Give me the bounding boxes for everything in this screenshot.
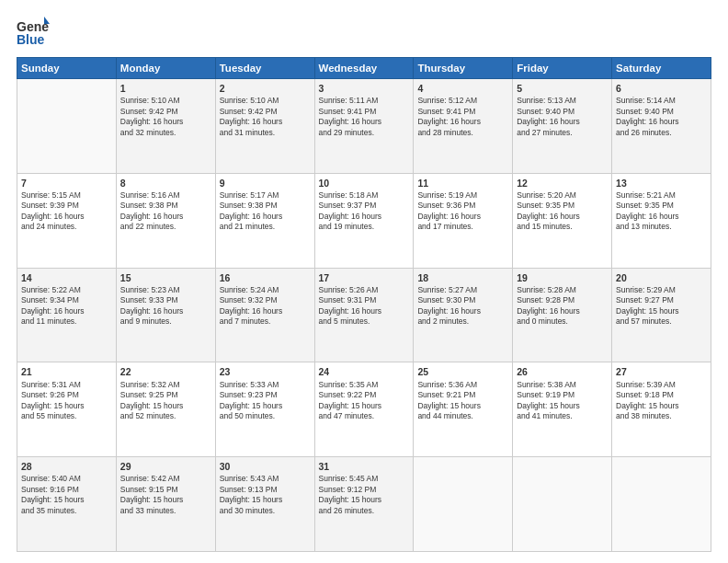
calendar-day-header: Friday (513, 58, 612, 79)
day-info: Sunrise: 5:26 AM Sunset: 9:31 PM Dayligh… (319, 285, 410, 327)
calendar-day-cell (17, 79, 117, 174)
day-number: 31 (319, 460, 410, 473)
calendar-day-cell: 27Sunrise: 5:39 AM Sunset: 9:18 PM Dayli… (612, 362, 711, 457)
day-number: 11 (417, 177, 508, 190)
day-info: Sunrise: 5:28 AM Sunset: 9:28 PM Dayligh… (517, 285, 608, 327)
calendar-day-header: Monday (116, 58, 215, 79)
day-number: 30 (220, 460, 311, 473)
calendar-day-cell: 4Sunrise: 5:12 AM Sunset: 9:41 PM Daylig… (414, 79, 513, 174)
day-number: 10 (319, 177, 410, 190)
calendar-day-cell: 28Sunrise: 5:40 AM Sunset: 9:16 PM Dayli… (17, 457, 117, 552)
day-info: Sunrise: 5:22 AM Sunset: 9:34 PM Dayligh… (21, 285, 112, 327)
calendar-day-header: Tuesday (215, 58, 314, 79)
day-info: Sunrise: 5:39 AM Sunset: 9:18 PM Dayligh… (616, 380, 707, 422)
logo: General Blue (17, 17, 50, 50)
calendar-day-cell: 2Sunrise: 5:10 AM Sunset: 9:42 PM Daylig… (215, 79, 314, 174)
day-number: 26 (517, 365, 608, 378)
calendar-day-cell: 18Sunrise: 5:27 AM Sunset: 9:30 PM Dayli… (414, 268, 513, 362)
day-info: Sunrise: 5:31 AM Sunset: 9:26 PM Dayligh… (21, 380, 112, 422)
day-info: Sunrise: 5:12 AM Sunset: 9:41 PM Dayligh… (417, 96, 508, 138)
calendar-day-cell: 3Sunrise: 5:11 AM Sunset: 9:41 PM Daylig… (314, 79, 414, 174)
day-info: Sunrise: 5:10 AM Sunset: 9:42 PM Dayligh… (120, 96, 211, 138)
calendar-day-cell: 15Sunrise: 5:23 AM Sunset: 9:33 PM Dayli… (116, 268, 215, 362)
calendar-day-cell: 14Sunrise: 5:22 AM Sunset: 9:34 PM Dayli… (17, 268, 117, 362)
calendar-day-cell: 29Sunrise: 5:42 AM Sunset: 9:15 PM Dayli… (116, 457, 215, 552)
calendar-day-cell: 6Sunrise: 5:14 AM Sunset: 9:40 PM Daylig… (612, 79, 711, 174)
day-number: 23 (220, 365, 311, 378)
calendar-day-header: Wednesday (314, 58, 414, 79)
calendar-week-row: 28Sunrise: 5:40 AM Sunset: 9:16 PM Dayli… (17, 457, 711, 552)
calendar-day-cell: 25Sunrise: 5:36 AM Sunset: 9:21 PM Dayli… (414, 362, 513, 457)
day-info: Sunrise: 5:24 AM Sunset: 9:32 PM Dayligh… (220, 285, 311, 327)
day-info: Sunrise: 5:19 AM Sunset: 9:36 PM Dayligh… (417, 190, 508, 233)
calendar-day-cell: 24Sunrise: 5:35 AM Sunset: 9:22 PM Dayli… (314, 362, 414, 457)
calendar-day-cell: 12Sunrise: 5:20 AM Sunset: 9:35 PM Dayli… (513, 173, 612, 268)
calendar-day-cell: 17Sunrise: 5:26 AM Sunset: 9:31 PM Dayli… (314, 268, 414, 362)
day-number: 12 (517, 177, 608, 190)
day-number: 20 (616, 271, 707, 284)
calendar-day-cell: 20Sunrise: 5:29 AM Sunset: 9:27 PM Dayli… (612, 268, 711, 362)
calendar-day-cell: 19Sunrise: 5:28 AM Sunset: 9:28 PM Dayli… (513, 268, 612, 362)
day-info: Sunrise: 5:45 AM Sunset: 9:12 PM Dayligh… (319, 474, 410, 516)
calendar-day-cell: 26Sunrise: 5:38 AM Sunset: 9:19 PM Dayli… (513, 362, 612, 457)
calendar-day-cell: 21Sunrise: 5:31 AM Sunset: 9:26 PM Dayli… (17, 362, 117, 457)
day-number: 13 (616, 177, 707, 190)
day-info: Sunrise: 5:13 AM Sunset: 9:40 PM Dayligh… (517, 96, 608, 138)
day-info: Sunrise: 5:38 AM Sunset: 9:19 PM Dayligh… (517, 380, 608, 422)
day-info: Sunrise: 5:10 AM Sunset: 9:42 PM Dayligh… (220, 96, 311, 138)
calendar-day-cell: 16Sunrise: 5:24 AM Sunset: 9:32 PM Dayli… (215, 268, 314, 362)
calendar-day-cell: 5Sunrise: 5:13 AM Sunset: 9:40 PM Daylig… (513, 79, 612, 174)
calendar-day-cell: 31Sunrise: 5:45 AM Sunset: 9:12 PM Dayli… (314, 457, 414, 552)
day-number: 3 (319, 82, 410, 95)
day-number: 9 (220, 177, 311, 190)
day-number: 19 (517, 271, 608, 284)
calendar-day-header: Sunday (17, 58, 117, 79)
day-number: 8 (120, 177, 211, 190)
calendar-day-cell: 9Sunrise: 5:17 AM Sunset: 9:38 PM Daylig… (215, 173, 314, 268)
calendar-day-cell: 30Sunrise: 5:43 AM Sunset: 9:13 PM Dayli… (215, 457, 314, 552)
day-number: 18 (417, 271, 508, 284)
day-info: Sunrise: 5:23 AM Sunset: 9:33 PM Dayligh… (120, 285, 211, 327)
day-info: Sunrise: 5:16 AM Sunset: 9:38 PM Dayligh… (120, 190, 211, 233)
calendar-day-cell: 10Sunrise: 5:18 AM Sunset: 9:37 PM Dayli… (314, 173, 414, 268)
day-number: 24 (319, 365, 410, 378)
calendar-day-cell: 1Sunrise: 5:10 AM Sunset: 9:42 PM Daylig… (116, 79, 215, 174)
day-info: Sunrise: 5:20 AM Sunset: 9:35 PM Dayligh… (517, 190, 608, 233)
calendar-table: SundayMondayTuesdayWednesdayThursdayFrid… (17, 57, 711, 552)
calendar-day-cell (513, 457, 612, 552)
day-number: 28 (21, 460, 112, 473)
day-info: Sunrise: 5:32 AM Sunset: 9:25 PM Dayligh… (120, 380, 211, 422)
header: General Blue (17, 17, 711, 50)
day-info: Sunrise: 5:15 AM Sunset: 9:39 PM Dayligh… (21, 190, 112, 233)
day-info: Sunrise: 5:27 AM Sunset: 9:30 PM Dayligh… (417, 285, 508, 327)
day-info: Sunrise: 5:42 AM Sunset: 9:15 PM Dayligh… (120, 474, 211, 516)
calendar-day-cell: 23Sunrise: 5:33 AM Sunset: 9:23 PM Dayli… (215, 362, 314, 457)
day-info: Sunrise: 5:33 AM Sunset: 9:23 PM Dayligh… (220, 380, 311, 422)
calendar-day-cell: 13Sunrise: 5:21 AM Sunset: 9:35 PM Dayli… (612, 173, 711, 268)
day-number: 14 (21, 271, 112, 284)
calendar-day-cell (612, 457, 711, 552)
day-number: 1 (120, 82, 211, 95)
day-info: Sunrise: 5:14 AM Sunset: 9:40 PM Dayligh… (616, 96, 707, 138)
calendar-week-row: 21Sunrise: 5:31 AM Sunset: 9:26 PM Dayli… (17, 362, 711, 457)
calendar-day-cell (414, 457, 513, 552)
calendar-header-row: SundayMondayTuesdayWednesdayThursdayFrid… (17, 58, 711, 79)
day-info: Sunrise: 5:21 AM Sunset: 9:35 PM Dayligh… (616, 190, 707, 233)
day-number: 27 (616, 365, 707, 378)
calendar-day-header: Saturday (612, 58, 711, 79)
day-info: Sunrise: 5:18 AM Sunset: 9:37 PM Dayligh… (319, 190, 410, 233)
day-number: 2 (220, 82, 311, 95)
day-number: 17 (319, 271, 410, 284)
day-number: 16 (220, 271, 311, 284)
logo-svg: General Blue (17, 17, 50, 50)
calendar-week-row: 7Sunrise: 5:15 AM Sunset: 9:39 PM Daylig… (17, 173, 711, 268)
calendar-day-cell: 7Sunrise: 5:15 AM Sunset: 9:39 PM Daylig… (17, 173, 117, 268)
calendar-day-cell: 8Sunrise: 5:16 AM Sunset: 9:38 PM Daylig… (116, 173, 215, 268)
day-number: 29 (120, 460, 211, 473)
calendar-week-row: 14Sunrise: 5:22 AM Sunset: 9:34 PM Dayli… (17, 268, 711, 362)
day-number: 21 (21, 365, 112, 378)
day-info: Sunrise: 5:40 AM Sunset: 9:16 PM Dayligh… (21, 474, 112, 516)
calendar-day-cell: 22Sunrise: 5:32 AM Sunset: 9:25 PM Dayli… (116, 362, 215, 457)
day-info: Sunrise: 5:43 AM Sunset: 9:13 PM Dayligh… (220, 474, 311, 516)
day-number: 15 (120, 271, 211, 284)
